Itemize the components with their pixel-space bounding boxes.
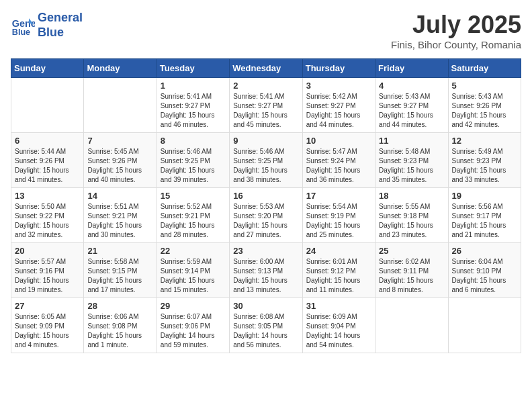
cell-info: Sunrise: 5:46 AM Sunset: 9:25 PM Dayligh… xyxy=(161,147,226,185)
day-number: 29 xyxy=(161,301,226,311)
calendar-cell: 30Sunrise: 6:08 AM Sunset: 9:05 PM Dayli… xyxy=(230,298,302,353)
cell-info: Sunrise: 6:01 AM Sunset: 9:12 PM Dayligh… xyxy=(306,257,371,295)
calendar-cell: 12Sunrise: 5:49 AM Sunset: 9:23 PM Dayli… xyxy=(448,133,521,188)
calendar-cell: 15Sunrise: 5:52 AM Sunset: 9:21 PM Dayli… xyxy=(157,188,229,243)
cell-info: Sunrise: 5:55 AM Sunset: 9:18 PM Dayligh… xyxy=(379,202,444,240)
cell-info: Sunrise: 5:58 AM Sunset: 9:15 PM Dayligh… xyxy=(87,257,152,295)
calendar-cell: 3Sunrise: 5:42 AM Sunset: 9:27 PM Daylig… xyxy=(302,78,375,133)
cell-info: Sunrise: 5:41 AM Sunset: 9:27 PM Dayligh… xyxy=(233,92,298,130)
day-number: 5 xyxy=(452,81,517,91)
day-number: 18 xyxy=(379,191,444,201)
cell-info: Sunrise: 6:07 AM Sunset: 9:06 PM Dayligh… xyxy=(161,312,226,350)
day-number: 28 xyxy=(87,301,152,311)
day-number: 11 xyxy=(379,136,444,146)
calendar-cell: 7Sunrise: 5:45 AM Sunset: 9:26 PM Daylig… xyxy=(84,133,157,188)
calendar-cell: 14Sunrise: 5:51 AM Sunset: 9:21 PM Dayli… xyxy=(84,188,157,243)
cell-info: Sunrise: 5:45 AM Sunset: 9:26 PM Dayligh… xyxy=(87,147,152,185)
logo-line1: General xyxy=(38,11,83,24)
cell-info: Sunrise: 5:49 AM Sunset: 9:23 PM Dayligh… xyxy=(452,147,517,185)
cell-info: Sunrise: 5:43 AM Sunset: 9:26 PM Dayligh… xyxy=(452,92,517,130)
calendar-cell: 13Sunrise: 5:50 AM Sunset: 9:22 PM Dayli… xyxy=(11,188,84,243)
day-number: 15 xyxy=(161,191,226,201)
day-number: 6 xyxy=(15,136,80,146)
calendar-cell: 21Sunrise: 5:58 AM Sunset: 9:15 PM Dayli… xyxy=(84,243,157,298)
cell-info: Sunrise: 5:50 AM Sunset: 9:22 PM Dayligh… xyxy=(15,202,80,240)
day-header-thursday: Thursday xyxy=(302,59,375,78)
logo-text: General Blue xyxy=(38,11,83,40)
calendar-cell: 28Sunrise: 6:06 AM Sunset: 9:08 PM Dayli… xyxy=(84,298,157,353)
calendar-week-5: 27Sunrise: 6:05 AM Sunset: 9:09 PM Dayli… xyxy=(11,298,521,353)
calendar-cell: 8Sunrise: 5:46 AM Sunset: 9:25 PM Daylig… xyxy=(157,133,229,188)
day-number: 22 xyxy=(161,246,226,256)
cell-info: Sunrise: 5:48 AM Sunset: 9:23 PM Dayligh… xyxy=(379,147,444,185)
cell-info: Sunrise: 5:53 AM Sunset: 9:20 PM Dayligh… xyxy=(233,202,298,240)
calendar-cell: 29Sunrise: 6:07 AM Sunset: 9:06 PM Dayli… xyxy=(157,298,229,353)
calendar-body: 1Sunrise: 5:41 AM Sunset: 9:27 PM Daylig… xyxy=(11,78,521,353)
calendar-cell: 24Sunrise: 6:01 AM Sunset: 9:12 PM Dayli… xyxy=(302,243,375,298)
calendar-cell: 1Sunrise: 5:41 AM Sunset: 9:27 PM Daylig… xyxy=(157,78,229,133)
logo-icon: General Blue xyxy=(11,13,35,38)
day-number: 19 xyxy=(452,191,517,201)
calendar-cell: 22Sunrise: 5:59 AM Sunset: 9:14 PM Dayli… xyxy=(157,243,229,298)
cell-info: Sunrise: 6:06 AM Sunset: 9:08 PM Dayligh… xyxy=(87,312,152,350)
cell-info: Sunrise: 5:42 AM Sunset: 9:27 PM Dayligh… xyxy=(306,92,371,130)
cell-info: Sunrise: 6:00 AM Sunset: 9:13 PM Dayligh… xyxy=(233,257,298,295)
svg-text:Blue: Blue xyxy=(12,28,30,37)
calendar-week-3: 13Sunrise: 5:50 AM Sunset: 9:22 PM Dayli… xyxy=(11,188,521,243)
day-number: 25 xyxy=(379,246,444,256)
day-number: 4 xyxy=(379,81,444,91)
day-number: 1 xyxy=(161,81,226,91)
calendar-cell xyxy=(448,298,521,353)
cell-info: Sunrise: 5:51 AM Sunset: 9:21 PM Dayligh… xyxy=(87,202,152,240)
day-header-wednesday: Wednesday xyxy=(230,59,302,78)
calendar-cell xyxy=(84,78,157,133)
calendar-cell: 19Sunrise: 5:56 AM Sunset: 9:17 PM Dayli… xyxy=(448,188,521,243)
calendar-cell: 27Sunrise: 6:05 AM Sunset: 9:09 PM Dayli… xyxy=(11,298,84,353)
day-header-sunday: Sunday xyxy=(11,59,84,78)
day-number: 14 xyxy=(87,191,152,201)
day-number: 8 xyxy=(161,136,226,146)
cell-info: Sunrise: 5:54 AM Sunset: 9:19 PM Dayligh… xyxy=(306,202,371,240)
location: Finis, Bihor County, Romania xyxy=(391,39,521,50)
calendar-header-row: SundayMondayTuesdayWednesdayThursdayFrid… xyxy=(11,59,521,78)
day-number: 24 xyxy=(306,246,371,256)
calendar-cell: 5Sunrise: 5:43 AM Sunset: 9:26 PM Daylig… xyxy=(448,78,521,133)
calendar-cell xyxy=(11,78,84,133)
cell-info: Sunrise: 5:43 AM Sunset: 9:27 PM Dayligh… xyxy=(379,92,444,130)
day-number: 12 xyxy=(452,136,517,146)
cell-info: Sunrise: 5:46 AM Sunset: 9:25 PM Dayligh… xyxy=(233,147,298,185)
calendar-cell xyxy=(375,298,448,353)
page-header: General Blue General Blue July 2025 Fini… xyxy=(11,11,521,50)
calendar-week-1: 1Sunrise: 5:41 AM Sunset: 9:27 PM Daylig… xyxy=(11,78,521,133)
calendar-cell: 16Sunrise: 5:53 AM Sunset: 9:20 PM Dayli… xyxy=(230,188,302,243)
cell-info: Sunrise: 5:57 AM Sunset: 9:16 PM Dayligh… xyxy=(15,257,80,295)
cell-info: Sunrise: 6:04 AM Sunset: 9:10 PM Dayligh… xyxy=(452,257,517,295)
day-number: 30 xyxy=(233,301,298,311)
day-number: 13 xyxy=(15,191,80,201)
cell-info: Sunrise: 6:02 AM Sunset: 9:11 PM Dayligh… xyxy=(379,257,444,295)
day-number: 20 xyxy=(15,246,80,256)
calendar-cell: 6Sunrise: 5:44 AM Sunset: 9:26 PM Daylig… xyxy=(11,133,84,188)
day-header-saturday: Saturday xyxy=(448,59,521,78)
calendar-cell: 4Sunrise: 5:43 AM Sunset: 9:27 PM Daylig… xyxy=(375,78,448,133)
cell-info: Sunrise: 6:09 AM Sunset: 9:04 PM Dayligh… xyxy=(306,312,371,350)
day-number: 3 xyxy=(306,81,371,91)
day-number: 16 xyxy=(233,191,298,201)
cell-info: Sunrise: 6:08 AM Sunset: 9:05 PM Dayligh… xyxy=(233,312,298,350)
day-header-monday: Monday xyxy=(84,59,157,78)
logo: General Blue General Blue xyxy=(11,11,83,40)
cell-info: Sunrise: 5:56 AM Sunset: 9:17 PM Dayligh… xyxy=(452,202,517,240)
calendar-cell: 10Sunrise: 5:47 AM Sunset: 9:24 PM Dayli… xyxy=(302,133,375,188)
cell-info: Sunrise: 5:52 AM Sunset: 9:21 PM Dayligh… xyxy=(161,202,226,240)
day-header-friday: Friday xyxy=(375,59,448,78)
cell-info: Sunrise: 5:44 AM Sunset: 9:26 PM Dayligh… xyxy=(15,147,80,185)
cell-info: Sunrise: 5:59 AM Sunset: 9:14 PM Dayligh… xyxy=(161,257,226,295)
calendar-cell: 23Sunrise: 6:00 AM Sunset: 9:13 PM Dayli… xyxy=(230,243,302,298)
day-number: 21 xyxy=(87,246,152,256)
day-number: 7 xyxy=(87,136,152,146)
calendar-cell: 11Sunrise: 5:48 AM Sunset: 9:23 PM Dayli… xyxy=(375,133,448,188)
calendar-week-4: 20Sunrise: 5:57 AM Sunset: 9:16 PM Dayli… xyxy=(11,243,521,298)
calendar-cell: 26Sunrise: 6:04 AM Sunset: 9:10 PM Dayli… xyxy=(448,243,521,298)
cell-info: Sunrise: 5:47 AM Sunset: 9:24 PM Dayligh… xyxy=(306,147,371,185)
calendar-table: SundayMondayTuesdayWednesdayThursdayFrid… xyxy=(11,58,521,353)
